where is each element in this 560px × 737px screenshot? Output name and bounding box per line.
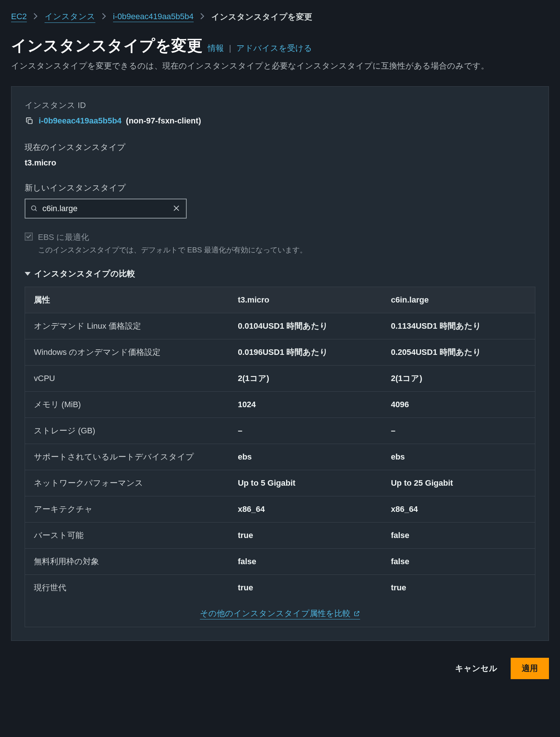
ebs-optimize-checkbox xyxy=(25,233,33,241)
table-cell-attr: アーキテクチャ xyxy=(25,496,229,523)
table-cell-col2: true xyxy=(382,575,535,601)
clear-icon[interactable] xyxy=(170,202,182,216)
table-row: 無料利用枠の対象falsefalse xyxy=(25,549,535,575)
chevron-right-icon xyxy=(102,12,106,22)
table-cell-col1: Up to 5 Gigabit xyxy=(229,470,382,496)
table-cell-col2: Up to 25 Gigabit xyxy=(382,470,535,496)
table-row: バースト可能truefalse xyxy=(25,523,535,549)
current-type-value: t3.micro xyxy=(25,158,535,168)
table-cell-attr: バースト可能 xyxy=(25,523,229,549)
compare-section-title: インスタンスタイプの比較 xyxy=(34,268,135,279)
table-cell-col1: 0.0196USD1 時間あたり xyxy=(229,339,382,366)
table-cell-col2: 0.1134USD1 時間あたり xyxy=(382,313,535,339)
instance-id-link[interactable]: i-0b9eeac419aa5b5b4 xyxy=(39,116,121,126)
table-cell-col1: true xyxy=(229,575,382,601)
page-title: インスタンスタイプを変更 xyxy=(11,35,202,56)
table-cell-col2: 2(1コア) xyxy=(382,366,535,392)
table-cell-col2: 4096 xyxy=(382,392,535,418)
table-cell-attr: メモリ (MiB) xyxy=(25,392,229,418)
chevron-right-icon xyxy=(200,12,205,22)
table-row: ネットワークパフォーマンスUp to 5 GigabitUp to 25 Gig… xyxy=(25,470,535,496)
compare-more-link[interactable]: その他のインスタンスタイプ属性を比較 xyxy=(200,608,360,619)
table-row: Windows のオンデマンド価格設定0.0196USD1 時間あたり0.205… xyxy=(25,339,535,366)
instance-id-label: インスタンス ID xyxy=(25,100,535,111)
breadcrumb: EC2 インスタンス i-0b9eeac419aa5b5b4 インスタンスタイプ… xyxy=(11,11,549,23)
table-cell-col1: 1024 xyxy=(229,392,382,418)
table-cell-col1: ebs xyxy=(229,444,382,470)
info-link[interactable]: 情報 xyxy=(208,43,224,54)
svg-line-2 xyxy=(35,210,37,211)
compare-section-toggle[interactable]: インスタンスタイプの比較 xyxy=(25,268,535,279)
table-cell-col2: – xyxy=(382,418,535,444)
instance-type-select[interactable]: c6in.large xyxy=(25,199,187,219)
table-row: オンデマンド Linux 価格設定0.0104USD1 時間あたり0.1134U… xyxy=(25,313,535,339)
external-link-icon xyxy=(353,610,360,617)
table-cell-col1: 0.0104USD1 時間あたり xyxy=(229,313,382,339)
chevron-right-icon xyxy=(34,12,38,22)
table-cell-col2: false xyxy=(382,523,535,549)
change-instance-type-panel: インスタンス ID i-0b9eeac419aa5b5b4 (non-97-fs… xyxy=(11,86,549,641)
cancel-button[interactable]: キャンセル xyxy=(451,659,501,678)
breadcrumb-current: インスタンスタイプを変更 xyxy=(211,11,312,22)
table-cell-attr: オンデマンド Linux 価格設定 xyxy=(25,313,229,339)
advice-link[interactable]: アドバイスを受ける xyxy=(236,43,312,54)
breadcrumb-instances[interactable]: インスタンス xyxy=(45,11,95,23)
table-row: 現行世代truetrue xyxy=(25,575,535,601)
table-cell-attr: vCPU xyxy=(25,366,229,392)
table-header-attr: 属性 xyxy=(25,287,229,313)
breadcrumb-instance-id[interactable]: i-0b9eeac419aa5b5b4 xyxy=(113,12,194,22)
apply-button[interactable]: 適用 xyxy=(511,658,549,679)
table-cell-attr: サポートされているルートデバイスタイプ xyxy=(25,444,229,470)
table-cell-attr: ストレージ (GB) xyxy=(25,418,229,444)
table-cell-col1: true xyxy=(229,523,382,549)
table-cell-col2: 0.2054USD1 時間あたり xyxy=(382,339,535,366)
table-cell-col2: false xyxy=(382,549,535,575)
current-type-label: 現在のインスタンスタイプ xyxy=(25,142,535,153)
search-icon xyxy=(31,205,38,212)
instance-name: (non-97-fsxn-client) xyxy=(126,116,201,126)
table-cell-attr: 無料利用枠の対象 xyxy=(25,549,229,575)
copy-icon[interactable] xyxy=(25,116,34,126)
table-header-col1: t3.micro xyxy=(229,287,382,313)
caret-down-icon xyxy=(25,272,31,276)
ebs-optimize-sub: このインスタンスタイプでは、デフォルトで EBS 最適化が有効になっています。 xyxy=(38,245,307,255)
table-row: アーキテクチャx86_64x86_64 xyxy=(25,496,535,523)
table-cell-attr: ネットワークパフォーマンス xyxy=(25,470,229,496)
instance-type-value: c6in.large xyxy=(42,204,170,213)
instance-type-compare-table: 属性 t3.micro c6in.large オンデマンド Linux 価格設定… xyxy=(25,287,535,627)
table-cell-attr: 現行世代 xyxy=(25,575,229,601)
page-subtitle: インスタンスタイプを変更できるのは、現在のインスタンスタイプと必要なインスタンス… xyxy=(11,60,549,71)
table-cell-col2: ebs xyxy=(382,444,535,470)
table-cell-attr: Windows のオンデマンド価格設定 xyxy=(25,339,229,366)
table-row: vCPU2(1コア)2(1コア) xyxy=(25,366,535,392)
breadcrumb-ec2[interactable]: EC2 xyxy=(11,12,27,22)
table-row: ストレージ (GB)–– xyxy=(25,418,535,444)
table-cell-col1: 2(1コア) xyxy=(229,366,382,392)
table-row: メモリ (MiB)10244096 xyxy=(25,392,535,418)
table-header-col2: c6in.large xyxy=(382,287,535,313)
svg-point-1 xyxy=(32,206,36,210)
table-cell-col1: – xyxy=(229,418,382,444)
new-type-label: 新しいインスタンスタイプ xyxy=(25,182,535,193)
table-cell-col1: false xyxy=(229,549,382,575)
table-cell-col1: x86_64 xyxy=(229,496,382,523)
table-row: サポートされているルートデバイスタイプebsebs xyxy=(25,444,535,470)
ebs-optimize-label: EBS に最適化 xyxy=(38,232,307,243)
svg-rect-0 xyxy=(28,119,32,123)
table-cell-col2: x86_64 xyxy=(382,496,535,523)
